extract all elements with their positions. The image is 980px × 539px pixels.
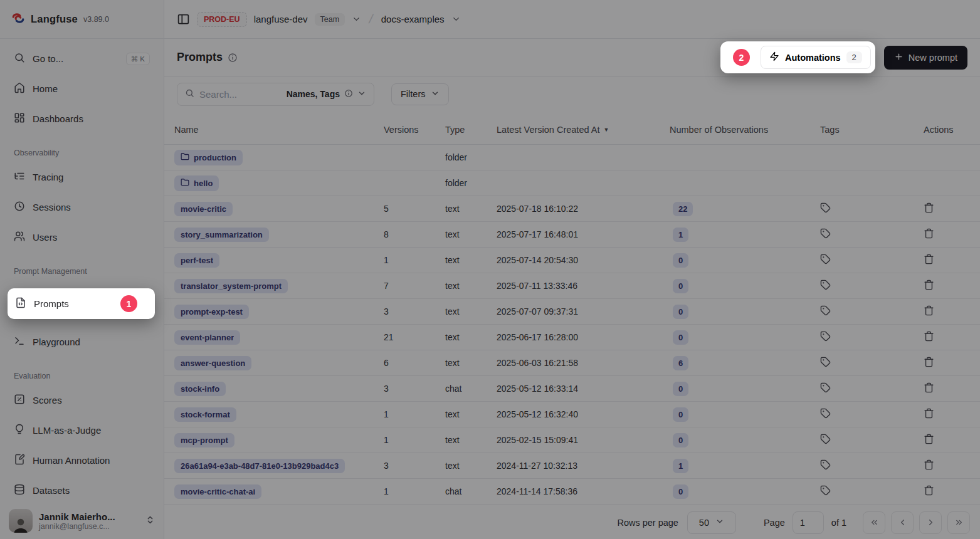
- tag-icon[interactable]: [820, 308, 831, 318]
- observations-count-badge[interactable]: 0: [673, 253, 688, 268]
- info-icon[interactable]: [228, 53, 238, 63]
- panel-left-icon[interactable]: [177, 13, 190, 26]
- tag-icon[interactable]: [820, 488, 831, 498]
- trash-icon[interactable]: [924, 333, 934, 343]
- next-page-button[interactable]: [919, 511, 942, 534]
- sidebar-item-tracing[interactable]: Tracing: [8, 166, 156, 188]
- observations-count-badge[interactable]: 0: [673, 382, 688, 396]
- new-prompt-button[interactable]: New prompt: [884, 46, 967, 70]
- prompt-name-badge[interactable]: hello: [174, 175, 219, 191]
- table-row[interactable]: stock-info 3 chat 2025-05-12 16:33:14 0: [164, 376, 980, 402]
- table-row[interactable]: hello folder: [164, 170, 980, 196]
- tag-icon[interactable]: [820, 256, 831, 266]
- sidebar-item-users[interactable]: Users: [8, 226, 156, 248]
- project-chevron-down-icon[interactable]: [451, 14, 461, 24]
- trash-icon[interactable]: [924, 359, 934, 369]
- prompt-name-badge[interactable]: event-planner: [174, 330, 240, 345]
- tag-icon[interactable]: [820, 411, 831, 421]
- trash-icon[interactable]: [924, 282, 934, 292]
- user-menu[interactable]: Jannik Maierho... jannik@langfuse.c...: [0, 501, 164, 539]
- table-row[interactable]: movie-critic 5 text 2025-07-18 16:10:22 …: [164, 196, 980, 222]
- org-chevron-down-icon[interactable]: [352, 14, 361, 24]
- prompt-name-badge[interactable]: 26a61a94-e3ab-48d7-81e0-13b929bad4c3: [174, 459, 345, 473]
- search-input[interactable]: [199, 89, 282, 100]
- observations-count-badge[interactable]: 1: [673, 459, 688, 473]
- sidebar-item-home[interactable]: Home: [8, 78, 156, 100]
- trash-icon[interactable]: [924, 205, 934, 215]
- prompt-name-badge[interactable]: mcp-prompt: [174, 433, 234, 447]
- table-row[interactable]: prompt-exp-test 3 text 2025-07-07 09:37:…: [164, 299, 980, 325]
- prompt-name-badge[interactable]: movie-critic-chat-ai: [174, 484, 261, 499]
- trash-icon[interactable]: [924, 488, 934, 498]
- previous-page-button[interactable]: [891, 511, 914, 534]
- observations-count-badge[interactable]: 1: [673, 228, 688, 242]
- tag-icon[interactable]: [820, 231, 831, 241]
- prompt-name-badge[interactable]: answer-question: [174, 356, 251, 370]
- sidebar-item-dashboards[interactable]: Dashboards: [8, 108, 156, 130]
- table-row[interactable]: movie-critic-chat-ai 1 chat 2024-11-14 1…: [164, 479, 980, 505]
- column-header-created-at[interactable]: Latest Version Created At ▼: [497, 125, 670, 135]
- sidebar-item-llm-judge[interactable]: LLM-as-a-Judge: [8, 419, 156, 441]
- table-row[interactable]: story_summarization 8 text 2025-07-17 16…: [164, 222, 980, 248]
- sidebar-item-human-annotation[interactable]: Human Annotation: [8, 449, 156, 471]
- prompt-name-badge[interactable]: prompt-exp-test: [174, 305, 249, 319]
- observations-count-badge[interactable]: 0: [673, 279, 688, 293]
- sidebar-item-prompts[interactable]: Prompts 1: [8, 288, 155, 319]
- observations-count-badge[interactable]: 0: [673, 433, 688, 447]
- prompt-name-badge[interactable]: translator_system-prompt: [174, 279, 288, 293]
- tag-icon[interactable]: [820, 282, 831, 292]
- prompt-name-badge[interactable]: stock-format: [174, 407, 236, 422]
- filters-button[interactable]: Filters: [391, 83, 449, 105]
- prompt-name-badge[interactable]: story_summarization: [174, 228, 269, 242]
- search-scope-select[interactable]: Names, Tags: [287, 89, 366, 100]
- trash-icon[interactable]: [924, 256, 934, 266]
- tag-icon[interactable]: [820, 205, 831, 215]
- environment-badge[interactable]: PROD-EU: [197, 12, 247, 27]
- observations-count-badge[interactable]: 0: [673, 305, 688, 319]
- project-name[interactable]: docs-examples: [381, 14, 445, 24]
- tag-icon[interactable]: [820, 333, 831, 343]
- tag-icon[interactable]: [820, 359, 831, 369]
- page-number-input[interactable]: [793, 511, 824, 534]
- column-header-observations[interactable]: Number of Observations: [670, 125, 820, 135]
- observations-count-badge[interactable]: 0: [673, 330, 688, 345]
- column-header-tags[interactable]: Tags: [820, 125, 924, 135]
- trash-icon[interactable]: [924, 231, 934, 241]
- sidebar-item-datasets[interactable]: Datasets: [8, 479, 156, 501]
- prompt-name-badge[interactable]: movie-critic: [174, 202, 233, 216]
- prompt-name-badge[interactable]: perf-test: [174, 253, 219, 268]
- first-page-button[interactable]: [863, 511, 885, 534]
- column-header-name[interactable]: Name: [174, 125, 384, 135]
- column-header-type[interactable]: Type: [445, 125, 497, 135]
- table-row[interactable]: perf-test 1 text 2025-07-14 20:54:30 0: [164, 248, 980, 273]
- org-name[interactable]: langfuse-dev: [254, 14, 308, 24]
- trash-icon[interactable]: [924, 436, 934, 446]
- observations-count-badge[interactable]: 0: [673, 407, 688, 422]
- table-row[interactable]: answer-question 6 text 2025-06-03 16:21:…: [164, 350, 980, 376]
- automations-button[interactable]: Automations 2: [761, 46, 871, 69]
- table-row[interactable]: mcp-prompt 1 text 2025-02-15 15:09:41 0: [164, 427, 980, 453]
- column-header-versions[interactable]: Versions: [384, 125, 445, 135]
- tag-icon[interactable]: [820, 462, 831, 472]
- sidebar-item-scores[interactable]: Scores: [8, 389, 156, 411]
- trash-icon[interactable]: [924, 411, 934, 421]
- tag-icon[interactable]: [820, 385, 831, 395]
- observations-count-badge[interactable]: 6: [673, 356, 688, 370]
- table-row[interactable]: production folder: [164, 145, 980, 170]
- sidebar-item-sessions[interactable]: Sessions: [8, 196, 156, 218]
- trash-icon[interactable]: [924, 462, 934, 472]
- sidebar-item-goto[interactable]: Go to... ⌘ K: [8, 48, 156, 70]
- rows-per-page-select[interactable]: 50: [687, 511, 736, 534]
- prompt-name-badge[interactable]: stock-info: [174, 382, 226, 396]
- table-row[interactable]: translator_system-prompt 7 text 2025-07-…: [164, 273, 980, 299]
- trash-icon[interactable]: [924, 308, 934, 318]
- sidebar-item-playground[interactable]: Playground: [8, 331, 156, 353]
- table-row[interactable]: stock-format 1 text 2025-05-12 16:32:40 …: [164, 402, 980, 427]
- last-page-button[interactable]: [947, 511, 970, 534]
- prompt-name-badge[interactable]: production: [174, 150, 243, 165]
- trash-icon[interactable]: [924, 385, 934, 395]
- observations-count-badge[interactable]: 22: [673, 202, 693, 216]
- observations-count-badge[interactable]: 0: [673, 484, 688, 499]
- tag-icon[interactable]: [820, 436, 831, 446]
- table-row[interactable]: 26a61a94-e3ab-48d7-81e0-13b929bad4c3 3 t…: [164, 453, 980, 479]
